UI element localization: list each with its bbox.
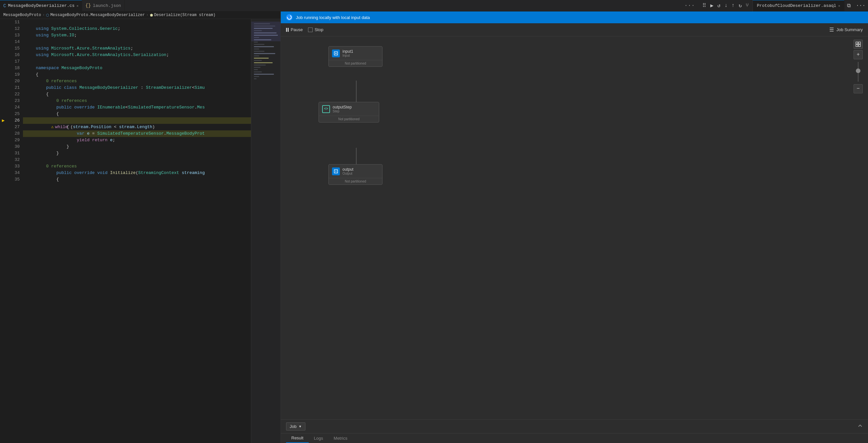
ln-35: 35 [6,176,20,183]
gutter-line-31 [0,150,6,157]
gutter-line-29 [0,137,6,143]
gutter-line-27 [0,124,6,130]
zoom-in-button[interactable]: + [854,50,863,59]
code-line-22: { [23,91,251,98]
tab-metrics[interactable]: Metrics [329,434,353,443]
method-icon: ⬟ [150,13,153,18]
gutter-line-23 [0,98,6,104]
gutter-line-28 [0,130,6,137]
stop-label: Stop [315,27,323,32]
breadcrumb-part-1: MessageBodyProto [3,13,41,18]
node-input1[interactable]: input1 Input Not partitioned [329,46,382,67]
node-output-subtitle: Output [342,172,353,175]
json-file-icon: {} [85,3,91,8]
diagram-area: input1 Input Not partitioned <> outputSt… [281,36,868,419]
collapse-button[interactable] [858,423,863,430]
node-outputstep-footer: Not partitioned [319,116,379,122]
pause-button[interactable]: Pause [286,27,303,32]
gutter-line-13 [0,32,6,39]
gutter-line-15 [0,45,6,52]
code-line-14 [23,39,251,45]
node-input1-title: input1 [342,49,353,54]
step-out-icon[interactable]: ↑ [731,2,736,9]
step-icon: <> [322,105,330,113]
fit-zoom-button[interactable] [854,40,863,49]
step-over-icon[interactable]: ↺ [716,1,722,10]
gutter-line-25 [0,111,6,117]
ln-21: 21 [6,84,20,91]
breadcrumb: MessageBodyProto › ⬡ MessageBodyProto.Me… [0,11,280,19]
gutter-line-18 [0,65,6,71]
gutter-line-11 [0,19,6,26]
job-summary-button[interactable]: ☰ Job Summary [829,27,863,33]
gutter-line-16 [0,52,6,58]
tab-launch-json[interactable]: {} launch.json [82,0,125,11]
asa-tabs-bottom: Result Logs Metrics [281,433,868,443]
node-input1-labels: input1 Input [342,49,353,57]
job-dropdown[interactable]: Job ▼ [286,422,305,431]
code-line-18: namespace MessageBodyProto [23,65,251,71]
zoom-slider[interactable] [854,62,863,81]
debug-arrow-icon: ▶ [2,117,5,124]
grid-icon[interactable]: ⠿ [701,1,707,10]
gutter-line-12 [0,26,6,32]
zoom-out-button[interactable]: − [854,84,863,93]
code-line-13: using System.IO; [23,32,251,39]
gutter-line-26-debug[interactable]: ▶ [0,117,6,124]
zoom-in-icon: + [857,52,860,58]
tab-message-body-deserializer[interactable]: C MessageBodyDeserializer.cs ✕ [0,0,82,11]
zoom-controls: + − [854,40,863,93]
ln-31: 31 [6,150,20,157]
ln-32: 32 [6,157,20,163]
node-output[interactable]: output Output Not partitioned [329,164,382,185]
run-icon[interactable]: ▶ [709,1,714,10]
branch-icon[interactable]: ⑂ [745,2,750,9]
gutter-line-34 [0,170,6,176]
stop-button[interactable]: Stop [308,27,323,32]
code-line-28: var e = SimulatedTemperatureSensor.Messa… [23,130,251,137]
close-icon-deserializer[interactable]: ✕ [76,4,79,8]
code-area[interactable]: ▶ 11 12 13 14 15 16 17 1 [0,19,280,443]
restart-icon[interactable]: ↻ [738,1,743,10]
node-input1-subtitle: Input [342,54,353,57]
code-line-16: using Microsoft.Azure.StreamAnalytics.Se… [23,52,251,58]
svg-rect-13 [859,44,861,46]
tab-result[interactable]: Result [286,434,309,443]
code-panel: MessageBodyProto › ⬡ MessageBodyProto.Me… [0,11,280,443]
tab-logs[interactable]: Logs [309,434,329,443]
code-line-17 [23,58,251,65]
node-outputstep-labels: outputStep Step [333,105,352,113]
asa-bottom-top: Job ▼ [281,420,868,433]
gutter-line-35 [0,176,6,183]
output-icon [332,167,340,175]
more-actions-icon[interactable]: ··· [853,3,868,8]
node-outputstep-title: outputStep [333,105,352,109]
node-outputstep-header: <> outputStep Step [319,102,379,116]
gutter-line-14 [0,39,6,45]
tab-asa[interactable]: ProtobufCloudDeserializer.asaql ✕ [752,0,844,11]
node-outputstep[interactable]: <> outputStep Step Not partitioned [318,102,379,123]
split-editor-icon[interactable]: ⧉ [844,3,853,9]
input-node-icon [334,51,338,56]
node-input1-header: input1 Input [329,46,382,60]
ln-26: 26 [6,117,20,124]
close-icon-asa[interactable]: ✕ [838,4,840,8]
main-area: MessageBodyProto › ⬡ MessageBodyProto.Me… [0,11,868,443]
svg-rect-12 [856,44,858,46]
node-output-title: output [342,167,353,172]
code-line-11 [23,19,251,26]
spinning-icon [287,15,291,20]
asa-controls: Pause Stop ☰ Job Summary [281,23,868,36]
step-into-icon[interactable]: ↓ [723,2,728,9]
ln-18: 18 [6,65,20,71]
code-line-30: } [23,143,251,150]
ln-24: 24 [6,104,20,111]
code-line-31: } [23,150,251,157]
ln-28: 28 [6,130,20,137]
code-content[interactable]: using System.Collections.Generic; using … [23,19,251,443]
zoom-track [858,62,859,81]
code-line-26: ⚠while (stream.Position < stream.Length) [23,117,251,124]
tab-more-button[interactable]: ··· [680,2,699,9]
ln-25: 25 [6,111,20,117]
ln-14: 14 [6,39,20,45]
